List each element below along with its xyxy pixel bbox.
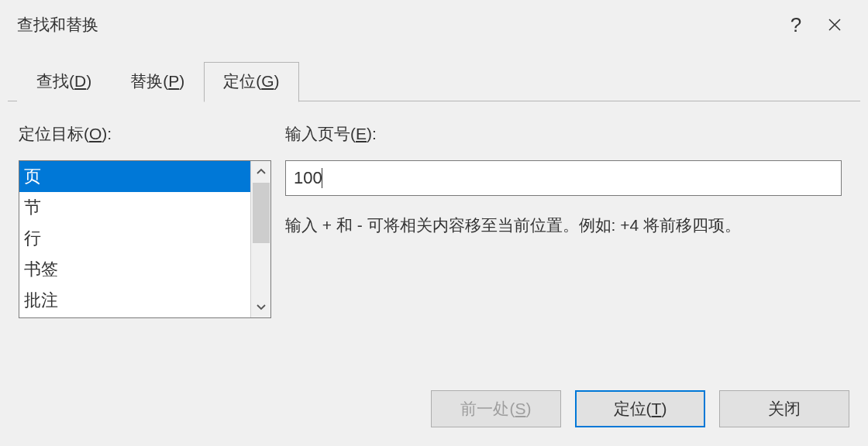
tab-bar: 查找(D) 替换(P) 定位(G) <box>8 62 860 101</box>
goto-target-listbox[interactable]: 页 节 行 书签 批注 脚注 <box>19 160 271 318</box>
list-item-page[interactable]: 页 <box>19 161 250 192</box>
list-item-section[interactable]: 节 <box>19 192 250 223</box>
goto-target-label: 定位目标(O): <box>19 123 271 145</box>
page-number-input[interactable]: 100 <box>285 160 842 196</box>
scroll-thumb[interactable] <box>253 183 270 243</box>
page-number-label: 输入页号(E): <box>285 123 849 145</box>
listbox-scrollbar[interactable] <box>250 161 270 317</box>
tab-replace[interactable]: 替换(P) <box>111 62 204 101</box>
close-button[interactable]: 关闭 <box>719 390 849 427</box>
list-item-bookmark[interactable]: 书签 <box>19 254 250 285</box>
goto-button[interactable]: 定位(T) <box>575 390 705 427</box>
scroll-up-button[interactable] <box>251 161 270 183</box>
find-replace-dialog: 查找和替换 ? 查找(D) 替换(P) 定位(G) 定位目标(O): 页 节 行 <box>8 6 860 440</box>
dialog-buttons: 前一处(S) 定位(T) 关闭 <box>431 390 849 427</box>
help-button[interactable]: ? <box>777 9 815 40</box>
chevron-down-icon <box>256 303 267 310</box>
scroll-down-button[interactable] <box>251 296 270 317</box>
list-item-line[interactable]: 行 <box>19 223 250 254</box>
list-item-footnote[interactable]: 脚注 <box>19 315 250 317</box>
previous-button: 前一处(S) <box>431 390 561 427</box>
tab-find[interactable]: 查找(D) <box>17 62 111 101</box>
list-item-comment[interactable]: 批注 <box>19 285 250 316</box>
close-icon <box>827 17 842 33</box>
titlebar: 查找和替换 ? <box>8 6 860 43</box>
scroll-track[interactable] <box>251 183 270 296</box>
list-items-container: 页 节 行 书签 批注 脚注 <box>19 161 250 317</box>
tab-goto[interactable]: 定位(G) <box>204 62 298 102</box>
dialog-title: 查找和替换 <box>14 14 777 36</box>
tab-content-goto: 定位目标(O): 页 节 行 书签 批注 脚注 <box>8 101 860 318</box>
goto-hint-text: 输入 + 和 - 可将相关内容移至当前位置。例如: +4 将前移四项。 <box>285 213 849 238</box>
close-window-button[interactable] <box>815 9 854 40</box>
chevron-up-icon <box>256 168 267 176</box>
